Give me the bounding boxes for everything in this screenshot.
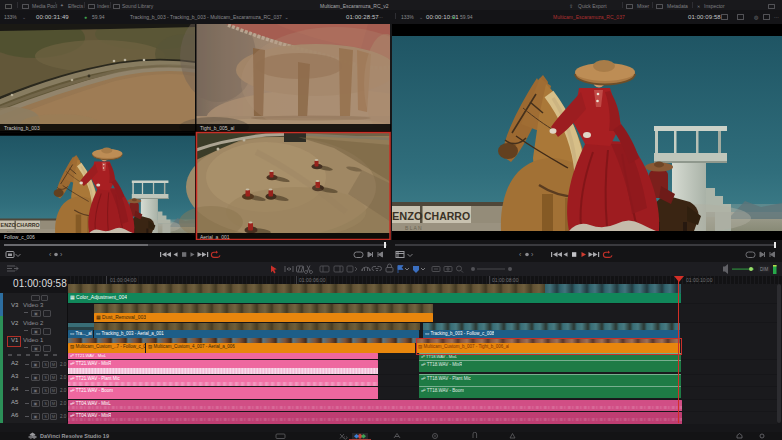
svg-text:Tight_b_005_al: Tight_b_005_al [200,125,234,131]
svg-text:‹: ‹ [49,251,52,258]
svg-text:‹: ‹ [519,251,522,258]
svg-text:DIM: DIM [760,267,769,272]
svg-text:Tracking_b_003: Tracking_b_003 [4,125,40,131]
svg-text:DaVinci Resolve Studio 19: DaVinci Resolve Studio 19 [40,433,109,439]
svg-text:›: › [60,251,63,258]
svg-text:›: › [531,251,534,258]
